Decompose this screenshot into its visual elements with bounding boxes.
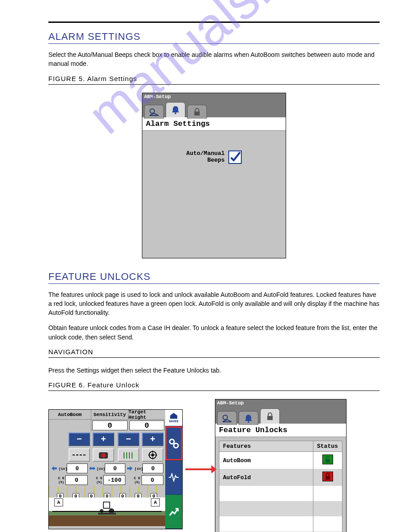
readout-left-1[interactable]: 0: [67, 463, 88, 473]
col-status: Status: [313, 441, 342, 452]
a-badge-right: A: [151, 498, 160, 506]
dashed-line-icon: [73, 453, 86, 457]
height-plus-button[interactable]: +: [142, 433, 163, 446]
svg-rect-21: [267, 416, 273, 420]
tab-bar: [215, 407, 346, 424]
home-button[interactable]: RAVEN: [165, 410, 182, 426]
svg-point-0: [150, 109, 154, 113]
window-title-bar: ABM-Setup: [142, 93, 286, 100]
svg-point-5: [101, 453, 106, 458]
svg-point-1: [175, 112, 176, 114]
window-title-bar: ABM-Setup: [215, 399, 346, 407]
navigation-step-text: Press the Settings widget then select th…: [48, 366, 380, 375]
bell-icon: [244, 413, 253, 423]
thin-rule: [48, 84, 380, 85]
autoboom-main-window: AutoBoom Sensitivity Target Height 0 0 −…: [48, 409, 183, 529]
crop-mode-button[interactable]: [118, 448, 139, 462]
readout-row-1: [in] 0 [in] 0 [in] 0: [49, 463, 165, 474]
feature-name: AutoFold: [219, 469, 313, 486]
diagnostics-button[interactable]: [165, 461, 182, 495]
thin-rule: [48, 357, 380, 358]
crop-icon: [123, 451, 134, 459]
svg-point-17: [170, 439, 174, 444]
page-title: Alarm Settings: [142, 117, 286, 131]
lock-icon: [193, 107, 201, 116]
svg-rect-23: [325, 476, 330, 480]
tab-alarm[interactable]: [239, 411, 258, 425]
record-icon: [98, 451, 108, 459]
boom-line: [52, 511, 162, 516]
ce-label: C E(%): [58, 476, 65, 484]
feature-unlocks-window: ABM-Setup Feature Unlocks Features Statu…: [215, 399, 347, 532]
readout-right-2[interactable]: 0: [141, 475, 163, 485]
expand-left-icon: [51, 465, 58, 472]
readout-left-2[interactable]: 0: [65, 475, 87, 485]
sensitivity-plus-button[interactable]: +: [93, 433, 114, 446]
tab-feature-unlocks[interactable]: [187, 105, 207, 119]
dashed-line-button[interactable]: [68, 448, 90, 462]
svg-rect-22: [325, 459, 330, 463]
check-icon: [229, 151, 241, 163]
section-heading-feature: FEATURE UNLOCKS: [48, 271, 380, 283]
gear-boom-icon: [149, 107, 159, 116]
alarm-content-area: Auto/Manual Beeps: [142, 131, 286, 258]
chart-up-icon: [169, 507, 179, 516]
tab-alarm[interactable]: [166, 102, 185, 117]
auto-manual-beeps-checkbox[interactable]: [228, 150, 242, 164]
feature-body-text-1: The features unlock page is used to lock…: [48, 290, 380, 317]
top-rule: [48, 21, 380, 23]
navigation-heading: NAVIGATION: [48, 348, 380, 356]
svg-rect-14: [103, 502, 110, 508]
field-view: A A: [49, 498, 165, 526]
table-row[interactable]: AutoBoom: [219, 452, 342, 469]
section-rule: [48, 283, 380, 284]
wave-icon: [168, 473, 179, 482]
target-height-value[interactable]: 0: [129, 420, 165, 430]
locked-icon: [322, 472, 333, 481]
a-badge-left: A: [54, 498, 63, 506]
col-features: Features: [219, 441, 313, 452]
readout-row-2: C E(%) 0 C E(%) -100 C E(%) 0: [49, 474, 165, 486]
readout-mid-2[interactable]: -100: [103, 475, 125, 485]
alarm-settings-window: ABM-Setup Alarm Settings Auto/Manual Bee…: [142, 93, 286, 258]
page-title: Feature Unlocks: [215, 424, 346, 437]
feature-body-text-2: Obtain feature unlock codes from a Case …: [48, 323, 380, 342]
section-heading-alarm: ALARM SETTINGS: [48, 31, 380, 43]
svg-rect-2: [194, 112, 200, 116]
sensitivity-minus-button[interactable]: −: [68, 433, 90, 446]
settings-button[interactable]: [165, 426, 182, 460]
navigation-arrow: [185, 468, 212, 470]
feature-table: Features Status AutoBoom AutoFold: [219, 441, 342, 532]
autoboom-title: AutoBoom: [49, 410, 91, 420]
lock-icon: [265, 412, 274, 421]
gear-boom-icon: [222, 414, 232, 423]
gears-icon: [168, 438, 179, 449]
svg-point-18: [174, 443, 178, 448]
tab-machine[interactable]: [144, 105, 164, 119]
tab-feature-unlocks[interactable]: [260, 408, 280, 424]
home-icon: [169, 412, 178, 420]
record-button[interactable]: [93, 448, 114, 462]
thin-rule: [48, 390, 380, 391]
target-button[interactable]: [142, 448, 163, 462]
nozzle-strip: 0 0 0 0 0 0 0: [49, 486, 165, 498]
section-rule: [48, 43, 380, 44]
col-sensitivity: Sensitivity: [91, 410, 128, 420]
figure-title-feature: FIGURE 6. Feature Unlock: [48, 381, 380, 389]
target-icon: [148, 450, 157, 459]
bell-icon: [171, 105, 180, 115]
side-nav: RAVEN: [165, 410, 182, 529]
figure-title-alarm: FIGURE 5. Alarm Settings: [48, 75, 380, 82]
unit-in-label: [in]: [59, 467, 66, 471]
feature-name: AutoBoom: [219, 452, 313, 469]
readout-mid-1[interactable]: 0: [105, 463, 126, 473]
readout-right-1[interactable]: 0: [142, 463, 163, 473]
svg-point-19: [223, 415, 227, 420]
sensitivity-value[interactable]: 0: [92, 420, 128, 430]
height-minus-button[interactable]: −: [118, 433, 139, 446]
performance-button[interactable]: [165, 495, 182, 529]
table-row[interactable]: AutoFold: [219, 469, 342, 486]
tab-machine[interactable]: [217, 411, 237, 425]
feature-content-area: Features Status AutoBoom AutoFold: [215, 437, 346, 532]
expand-right-icon: [126, 465, 133, 472]
